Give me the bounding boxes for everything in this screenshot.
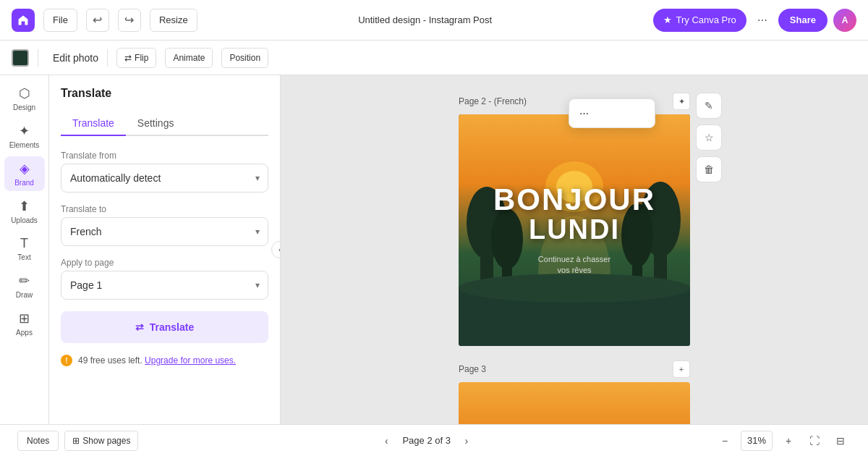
panel-tabs: Translate Settings [61,111,268,136]
page3-action-btn[interactable]: + [673,360,690,378]
text-icon: T [20,236,28,251]
sidebar-item-brand[interactable]: ◈ Brand [4,156,45,191]
try-canva-pro-button[interactable]: ★ Try Canva Pro [653,9,746,32]
translate-from-section: Translate from Automatically detect Engl… [61,151,268,193]
star-icon: ★ [663,14,672,25]
subtitle-text: Continuez à chasservos rêves [493,254,655,276]
bonjour-text: BONJOUR [493,185,655,215]
color-swatch[interactable] [12,49,29,67]
plus-icon: + [679,365,684,373]
dots-icon: ⋯ [579,108,589,119]
notes-button[interactable]: Notes [17,431,59,451]
sidebar-item-elements[interactable]: ✦ Elements [4,119,45,153]
page3-label-row: Page 3 + [459,360,690,378]
context-menu: ⋯ [569,98,655,128]
grid-icon: ⊞ [72,436,80,446]
brand-icon: ◈ [20,161,30,177]
position-button[interactable]: Position [221,48,268,68]
translate-from-label: Translate from [61,151,268,161]
page2-label-row: Page 2 - (French) ⋯ ✦ [459,93,690,110]
prev-page-button[interactable]: ‹ [376,431,396,451]
page-indicator: Page 2 of 3 [402,435,451,446]
redo-button[interactable]: ↪ [118,9,141,32]
bottom-left: Notes ⊞ Show pages [17,431,138,451]
animate-button[interactable]: Animate [165,48,213,68]
context-menu-item-1[interactable]: ⋯ [569,104,655,123]
translate-icon: ⇄ [135,321,144,333]
page2-trash-button[interactable]: 🗑 [696,156,722,182]
topbar-center: Untitled design - Instagram Post [358,14,492,25]
elements-icon: ✦ [19,123,30,139]
design-icon: ⬡ [19,85,30,101]
translate-button[interactable]: ⇄ Translate [61,311,268,343]
canvas-card-page3: Page 3 + [459,360,690,424]
share-button[interactable]: Share [778,9,827,32]
apply-to-page-label: Apply to page [61,258,268,268]
sidebar-item-text[interactable]: T Text [4,232,45,266]
translate-from-select[interactable]: Automatically detect English Spanish Fre… [61,164,268,193]
canvas-card-page2-inner[interactable]: BONJOUR LUNDI Continuez à chasservos rêv… [459,114,690,346]
undo-button[interactable]: ↩ [86,9,109,32]
undo-icon: ↩ [93,13,102,27]
divider2 [107,49,108,67]
apply-to-page-wrapper: Page 1 Page 2 Page 3 All pages ▾ [61,271,268,300]
card-actions-page2: ✎ ☆ 🗑 [696,93,722,182]
topbar: File ↩ ↪ Resize Untitled design - Instag… [0,0,868,41]
translate-to-select[interactable]: French English Spanish German Italian [61,217,268,246]
file-button[interactable]: File [43,9,77,32]
translate-panel: Translate Translate Settings Translate f… [49,75,281,424]
lundi-text: LUNDI [493,215,655,245]
page2-edit-button[interactable]: ✎ [696,93,722,119]
redo-icon: ↪ [124,13,134,27]
sidebar-item-design[interactable]: ⬡ Design [4,81,45,116]
sidebar-item-draw[interactable]: ✏ Draw [4,269,45,303]
trash-icon: 🗑 [704,164,714,175]
hide-panel-button[interactable]: ‹ [271,241,281,258]
translate-to-wrapper: French English Spanish German Italian ▾ [61,217,268,246]
left-panel: ⬡ Design ✦ Elements ◈ Brand ⬆ Uploads T … [0,75,49,424]
uploads-icon: ⬆ [19,198,30,214]
translate-to-label: Translate to [61,204,268,214]
resize-button[interactable]: Resize [150,9,197,32]
zoom-out-button[interactable]: − [715,431,735,451]
bottom-center: ‹ Page 2 of 3 › [376,431,477,451]
upgrade-link[interactable]: Upgrade for more uses. [145,355,236,366]
translate-to-section: Translate to French English Spanish Germ… [61,204,268,246]
sidebar-item-uploads[interactable]: ⬆ Uploads [4,194,45,229]
page2-actions: ⋯ ✦ [673,93,690,110]
page2-star-button[interactable]: ☆ [696,124,722,151]
page3-label: Page 3 [459,364,486,374]
main-body: ⬡ Design ✦ Elements ◈ Brand ⬆ Uploads T … [0,75,868,424]
design-title: Untitled design - Instagram Post [358,14,492,25]
toolbar-icons: ⋯ [752,10,773,30]
page3-actions: + [673,360,690,378]
panel-header: Translate [61,87,268,100]
more-options-button[interactable]: ⋯ [752,10,773,30]
sidebar-item-apps[interactable]: ⊞ Apps [4,306,45,341]
usage-info: ! 49 free uses left. Upgrade for more us… [61,355,268,366]
flip-icon: ⇄ [124,53,132,63]
canvas-card-page3-partial[interactable] [459,382,690,424]
show-pages-button[interactable]: ⊞ Show pages [64,431,138,451]
canvas-area: Page 2 - (French) ⋯ ✦ [281,75,868,424]
edit-icon: ✎ [705,100,713,111]
topbar-left: File ↩ ↪ Resize [12,9,197,32]
zoom-level[interactable]: 31% [741,431,773,451]
grid-button[interactable]: ⊟ [830,431,851,451]
next-page-button[interactable]: › [456,431,477,451]
tab-settings[interactable]: Settings [126,111,186,136]
star-icon-2: ☆ [705,132,714,143]
fullscreen-button[interactable]: ⛶ [804,431,825,451]
apply-to-page-select[interactable]: Page 1 Page 2 Page 3 All pages [61,271,268,300]
flip-button[interactable]: ⇄ Flip [116,48,156,68]
topbar-right: ★ Try Canva Pro ⋯ Share A [653,9,856,32]
zoom-in-button[interactable]: + [778,431,799,451]
bottom-right: − 31% + ⛶ ⊟ [715,431,851,451]
avatar[interactable]: A [833,9,856,32]
edit-photo-label: Edit photo [53,52,98,64]
usage-dot: ! [61,355,72,366]
home-button[interactable] [12,9,35,32]
tab-translate[interactable]: Translate [61,111,126,136]
svg-point-12 [459,274,690,303]
page2-action-btn[interactable]: ✦ [673,93,690,110]
